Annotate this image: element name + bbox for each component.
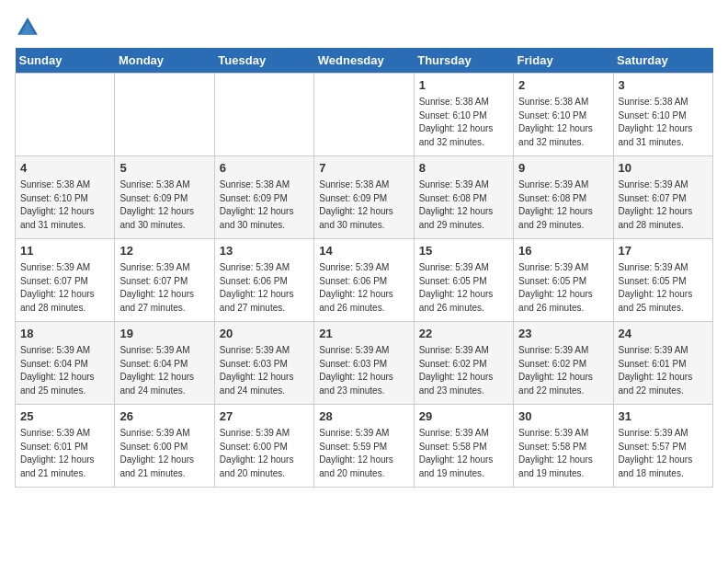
day-info: Sunrise: 5:39 AM Sunset: 6:00 PM Dayligh…: [220, 427, 309, 480]
day-number: 2: [518, 77, 608, 94]
day-header-thursday: Thursday: [414, 48, 513, 74]
day-number: 15: [419, 243, 508, 259]
day-info: Sunrise: 5:39 AM Sunset: 6:01 PM Dayligh…: [20, 427, 109, 480]
calendar-cell: 16Sunrise: 5:39 AM Sunset: 6:05 PM Dayli…: [514, 239, 613, 322]
day-header-friday: Friday: [514, 48, 613, 74]
day-info: Sunrise: 5:39 AM Sunset: 5:58 PM Dayligh…: [419, 427, 508, 480]
day-number: 12: [119, 243, 209, 259]
calendar-week-row: 1Sunrise: 5:38 AM Sunset: 6:10 PM Daylig…: [16, 74, 713, 156]
day-number: 23: [518, 326, 608, 342]
calendar-cell: 10Sunrise: 5:39 AM Sunset: 6:07 PM Dayli…: [613, 156, 712, 239]
calendar-cell: 27Sunrise: 5:39 AM Sunset: 6:00 PM Dayli…: [214, 405, 313, 488]
day-number: 18: [20, 326, 109, 342]
calendar-cell: 17Sunrise: 5:39 AM Sunset: 6:05 PM Dayli…: [613, 239, 712, 322]
day-number: 11: [20, 243, 109, 259]
day-info: Sunrise: 5:38 AM Sunset: 6:10 PM Dayligh…: [419, 96, 508, 149]
calendar-cell: 9Sunrise: 5:39 AM Sunset: 6:08 PM Daylig…: [514, 156, 613, 239]
day-info: Sunrise: 5:39 AM Sunset: 6:07 PM Dayligh…: [20, 261, 109, 315]
day-number: 6: [220, 160, 309, 177]
day-info: Sunrise: 5:38 AM Sunset: 6:10 PM Dayligh…: [20, 178, 109, 232]
calendar-cell: 29Sunrise: 5:39 AM Sunset: 5:58 PM Dayli…: [414, 405, 513, 488]
calendar-cell: [314, 74, 414, 156]
day-number: 29: [419, 408, 508, 425]
day-number: 24: [619, 326, 708, 342]
calendar-cell: 21Sunrise: 5:39 AM Sunset: 6:03 PM Dayli…: [314, 322, 414, 405]
calendar-cell: 20Sunrise: 5:39 AM Sunset: 6:03 PM Dayli…: [214, 322, 313, 405]
day-info: Sunrise: 5:39 AM Sunset: 6:04 PM Dayligh…: [20, 344, 109, 397]
day-info: Sunrise: 5:39 AM Sunset: 6:06 PM Dayligh…: [220, 261, 309, 315]
day-header-saturday: Saturday: [613, 48, 712, 74]
day-number: 25: [20, 408, 109, 425]
calendar-cell: 18Sunrise: 5:39 AM Sunset: 6:04 PM Dayli…: [16, 322, 115, 405]
calendar-cell: 19Sunrise: 5:39 AM Sunset: 6:04 PM Dayli…: [115, 322, 214, 405]
calendar-cell: 11Sunrise: 5:39 AM Sunset: 6:07 PM Dayli…: [16, 239, 115, 322]
day-number: 30: [518, 408, 608, 425]
day-info: Sunrise: 5:38 AM Sunset: 6:09 PM Dayligh…: [319, 178, 408, 232]
calendar-cell: 22Sunrise: 5:39 AM Sunset: 6:02 PM Dayli…: [414, 322, 513, 405]
calendar-cell: 2Sunrise: 5:38 AM Sunset: 6:10 PM Daylig…: [514, 74, 613, 156]
day-info: Sunrise: 5:38 AM Sunset: 6:09 PM Dayligh…: [119, 178, 209, 232]
day-number: 5: [119, 160, 209, 177]
day-header-tuesday: Tuesday: [214, 48, 313, 74]
day-info: Sunrise: 5:39 AM Sunset: 5:57 PM Dayligh…: [619, 427, 708, 480]
logo: [15, 15, 44, 40]
day-info: Sunrise: 5:38 AM Sunset: 6:09 PM Dayligh…: [220, 178, 309, 232]
day-number: 28: [319, 408, 408, 425]
day-number: 22: [419, 326, 508, 342]
calendar-cell: 24Sunrise: 5:39 AM Sunset: 6:01 PM Dayli…: [613, 322, 712, 405]
day-info: Sunrise: 5:39 AM Sunset: 6:03 PM Dayligh…: [319, 344, 408, 397]
calendar-cell: 1Sunrise: 5:38 AM Sunset: 6:10 PM Daylig…: [414, 74, 513, 156]
day-number: 14: [319, 243, 408, 259]
calendar-table: SundayMondayTuesdayWednesdayThursdayFrid…: [15, 48, 713, 488]
day-info: Sunrise: 5:38 AM Sunset: 6:10 PM Dayligh…: [619, 96, 708, 149]
day-info: Sunrise: 5:39 AM Sunset: 6:00 PM Dayligh…: [119, 427, 209, 480]
day-number: 31: [619, 408, 708, 425]
day-info: Sunrise: 5:38 AM Sunset: 6:10 PM Dayligh…: [518, 96, 608, 149]
calendar-cell: 25Sunrise: 5:39 AM Sunset: 6:01 PM Dayli…: [16, 405, 115, 488]
calendar-cell: 14Sunrise: 5:39 AM Sunset: 6:06 PM Dayli…: [314, 239, 414, 322]
calendar-cell: [214, 74, 313, 156]
calendar-cell: 23Sunrise: 5:39 AM Sunset: 6:02 PM Dayli…: [514, 322, 613, 405]
calendar-week-row: 11Sunrise: 5:39 AM Sunset: 6:07 PM Dayli…: [16, 239, 713, 322]
calendar-cell: 15Sunrise: 5:39 AM Sunset: 6:05 PM Dayli…: [414, 239, 513, 322]
calendar-cell: 7Sunrise: 5:38 AM Sunset: 6:09 PM Daylig…: [314, 156, 414, 239]
calendar-cell: 28Sunrise: 5:39 AM Sunset: 5:59 PM Dayli…: [314, 405, 414, 488]
calendar-cell: 3Sunrise: 5:38 AM Sunset: 6:10 PM Daylig…: [613, 74, 712, 156]
day-info: Sunrise: 5:39 AM Sunset: 6:07 PM Dayligh…: [619, 178, 708, 232]
day-number: 4: [20, 160, 109, 177]
day-number: 10: [619, 160, 708, 177]
day-header-monday: Monday: [115, 48, 214, 74]
day-number: 3: [619, 77, 708, 94]
day-info: Sunrise: 5:39 AM Sunset: 6:03 PM Dayligh…: [220, 344, 309, 397]
calendar-cell: 31Sunrise: 5:39 AM Sunset: 5:57 PM Dayli…: [613, 405, 712, 488]
day-header-wednesday: Wednesday: [314, 48, 414, 74]
day-info: Sunrise: 5:39 AM Sunset: 6:04 PM Dayligh…: [119, 344, 209, 397]
day-number: 21: [319, 326, 408, 342]
calendar-cell: 12Sunrise: 5:39 AM Sunset: 6:07 PM Dayli…: [115, 239, 214, 322]
page-header: [15, 15, 713, 40]
day-info: Sunrise: 5:39 AM Sunset: 6:05 PM Dayligh…: [619, 261, 708, 315]
day-number: 7: [319, 160, 408, 177]
calendar-cell: 13Sunrise: 5:39 AM Sunset: 6:06 PM Dayli…: [214, 239, 313, 322]
day-info: Sunrise: 5:39 AM Sunset: 6:08 PM Dayligh…: [518, 178, 608, 232]
day-number: 13: [220, 243, 309, 259]
day-info: Sunrise: 5:39 AM Sunset: 6:05 PM Dayligh…: [419, 261, 508, 315]
day-number: 26: [119, 408, 209, 425]
day-info: Sunrise: 5:39 AM Sunset: 6:06 PM Dayligh…: [319, 261, 408, 315]
day-info: Sunrise: 5:39 AM Sunset: 6:02 PM Dayligh…: [518, 344, 608, 397]
calendar-cell: [115, 74, 214, 156]
calendar-week-row: 25Sunrise: 5:39 AM Sunset: 6:01 PM Dayli…: [16, 405, 713, 488]
day-info: Sunrise: 5:39 AM Sunset: 6:02 PM Dayligh…: [419, 344, 508, 397]
day-number: 16: [518, 243, 608, 259]
calendar-cell: [16, 74, 115, 156]
calendar-cell: 8Sunrise: 5:39 AM Sunset: 6:08 PM Daylig…: [414, 156, 513, 239]
day-info: Sunrise: 5:39 AM Sunset: 5:58 PM Dayligh…: [518, 427, 608, 480]
day-number: 20: [220, 326, 309, 342]
day-number: 8: [419, 160, 508, 177]
calendar-cell: 5Sunrise: 5:38 AM Sunset: 6:09 PM Daylig…: [115, 156, 214, 239]
calendar-cell: 6Sunrise: 5:38 AM Sunset: 6:09 PM Daylig…: [214, 156, 313, 239]
logo-icon: [15, 15, 40, 40]
day-header-sunday: Sunday: [16, 48, 115, 74]
calendar-header-row: SundayMondayTuesdayWednesdayThursdayFrid…: [16, 48, 713, 74]
calendar-week-row: 18Sunrise: 5:39 AM Sunset: 6:04 PM Dayli…: [16, 322, 713, 405]
